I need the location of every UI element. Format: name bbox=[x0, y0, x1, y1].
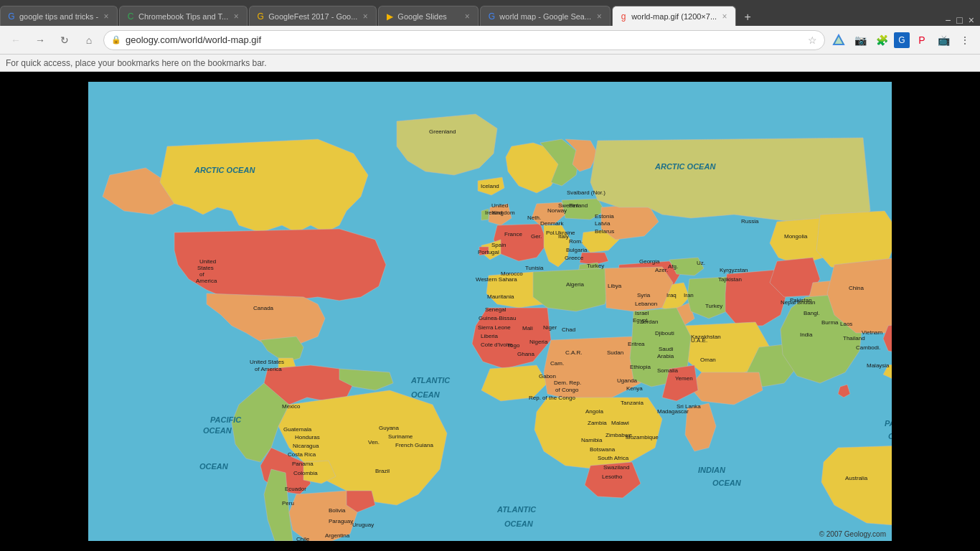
tab6-title: world-map.gif (1200×7... bbox=[631, 12, 717, 21]
tab-googlefest[interactable]: G GoogleFest 2017 - Goo... × bbox=[249, 6, 377, 26]
tab4-favicon: ▶ bbox=[385, 11, 395, 22]
google-drive-icon[interactable] bbox=[829, 31, 848, 50]
map-container: PACIFIC ATLANTIC OCEAN OCEAN PACIFIC OCE… bbox=[0, 72, 980, 551]
tab6-close[interactable]: × bbox=[720, 11, 730, 22]
tab2-close[interactable]: × bbox=[231, 11, 241, 22]
tab-chromebook[interactable]: C Chromebook Tips and T... × bbox=[119, 6, 248, 26]
tab5-title: world map - Google Sea... bbox=[499, 12, 591, 21]
tab4-close[interactable]: × bbox=[462, 11, 472, 22]
indian-ocean-label2: OCEAN bbox=[712, 479, 742, 487]
atlantic-ocean-label2: OCEAN bbox=[411, 390, 440, 399]
arctic-ocean-label-west: ARCTIC OCEAN bbox=[194, 166, 255, 174]
tab2-favicon: C bbox=[126, 11, 136, 22]
address-text: geology.com/world/world-map.gif bbox=[126, 34, 804, 45]
google-apps-icon[interactable]: G bbox=[894, 32, 910, 48]
bookmarks-hint-text: For quick access, place your bookmarks h… bbox=[6, 58, 267, 68]
map-wrapper: PACIFIC ATLANTIC OCEAN OCEAN PACIFIC OCE… bbox=[88, 82, 892, 541]
tab-world-map-search[interactable]: G world map - Google Sea... × bbox=[480, 6, 611, 26]
minimize-button[interactable]: − bbox=[945, 14, 951, 26]
tab4-title: Google Slides bbox=[397, 12, 459, 21]
forward-button[interactable]: → bbox=[30, 30, 50, 50]
maximize-button[interactable]: □ bbox=[956, 14, 962, 26]
world-map-svg: PACIFIC ATLANTIC OCEAN OCEAN PACIFIC OCE… bbox=[88, 82, 892, 541]
home-button[interactable]: ⌂ bbox=[79, 30, 99, 50]
svg-marker-1 bbox=[833, 35, 844, 44]
menu-button[interactable]: ⋮ bbox=[956, 31, 974, 50]
map-copyright: © 2007 Geology.com bbox=[819, 530, 886, 538]
indian-ocean-label: INDIAN bbox=[698, 466, 726, 474]
address-bar[interactable]: 🔒 geology.com/world/world-map.gif ☆ bbox=[103, 30, 825, 50]
tab1-title: google tips and tricks - bbox=[19, 12, 98, 21]
back-button[interactable]: ← bbox=[6, 30, 26, 50]
tab6-favicon: g bbox=[618, 11, 628, 22]
reload-button[interactable]: ↻ bbox=[55, 30, 75, 50]
pacific-ocean-label: PACIFIC bbox=[210, 415, 242, 424]
browser-frame: G google tips and tricks - × C Chromeboo… bbox=[0, 0, 980, 72]
atlantic-ocean-label: ATLANTIC bbox=[410, 376, 451, 385]
tab3-close[interactable]: × bbox=[360, 11, 370, 22]
atlantic-ocean-label3: ATLANTIC bbox=[496, 505, 537, 514]
pinterest-icon[interactable]: P bbox=[913, 31, 931, 50]
tab2-title: Chromebook Tips and T... bbox=[138, 12, 228, 21]
lock-icon: 🔒 bbox=[111, 35, 121, 44]
atlantic-ocean-label4: OCEAN bbox=[504, 519, 534, 528]
tab1-favicon: G bbox=[6, 11, 17, 22]
tab5-close[interactable]: × bbox=[594, 11, 604, 22]
arctic-ocean-label-east: ARCTIC OCEAN bbox=[654, 162, 716, 171]
pacific-ocean-label5: OCEAN bbox=[199, 462, 229, 471]
nav-bar: ← → ↻ ⌂ 🔒 geology.com/world/world-map.gi… bbox=[0, 26, 980, 55]
pacific-ocean-label4: OCEAN bbox=[888, 432, 892, 441]
tab1-close[interactable]: × bbox=[101, 11, 111, 22]
extension-icon[interactable]: 🧩 bbox=[872, 31, 891, 50]
google-lens-icon[interactable]: 📷 bbox=[851, 31, 870, 50]
tab-google-slides[interactable]: ▶ Google Slides × bbox=[378, 6, 479, 26]
bookmark-star-icon[interactable]: ☆ bbox=[808, 34, 817, 46]
tab3-title: GoogleFest 2017 - Goo... bbox=[268, 12, 357, 21]
new-tab-button[interactable]: + bbox=[738, 9, 758, 26]
pacific-ocean-label2: OCEAN bbox=[203, 426, 232, 435]
tab-bar: G google tips and tricks - × C Chromeboo… bbox=[0, 0, 980, 26]
pacific-ocean-label3: PACIFIC bbox=[885, 419, 892, 428]
cast-icon[interactable]: 📺 bbox=[934, 31, 953, 50]
close-window-button[interactable]: × bbox=[969, 14, 974, 26]
tab5-favicon: G bbox=[486, 11, 496, 22]
tab-world-map-gif[interactable]: g world-map.gif (1200×7... × bbox=[612, 6, 736, 26]
window-controls: − □ × bbox=[939, 14, 980, 26]
toolbar-icons: 📷 🧩 G P 📺 ⋮ bbox=[829, 31, 974, 50]
tab3-favicon: G bbox=[255, 11, 265, 22]
bookmarks-bar: For quick access, place your bookmarks h… bbox=[0, 55, 980, 72]
tab-google-tips[interactable]: G google tips and tricks - × bbox=[0, 6, 118, 26]
